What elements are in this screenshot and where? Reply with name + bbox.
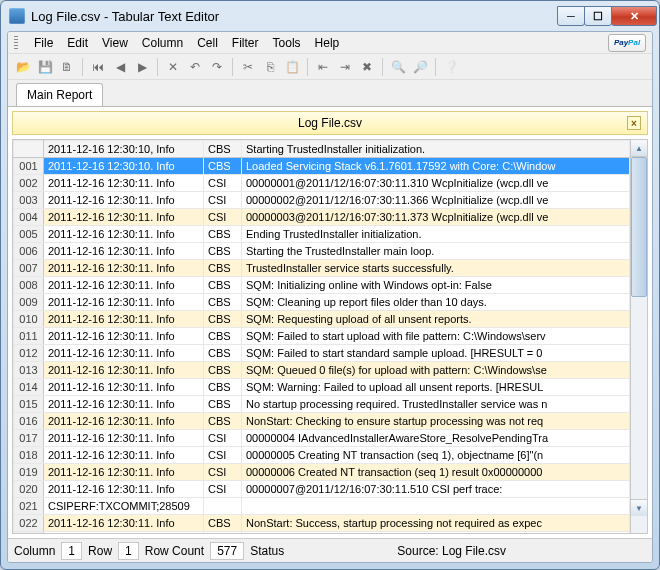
- cell-timestamp[interactable]: 2011-12-16 12:30:11. Info: [44, 260, 204, 277]
- row-number[interactable]: 012: [14, 345, 44, 362]
- cell-message[interactable]: Loaded Servicing Stack v6.1.7601.17592 w…: [242, 158, 630, 175]
- table-row[interactable]: 0102011-12-16 12:30:11. InfoCBSSQM: Requ…: [14, 311, 630, 328]
- table-row[interactable]: 0222011-12-16 12:30:11. InfoCBSNonStart:…: [14, 515, 630, 532]
- row-number[interactable]: 021: [14, 498, 44, 515]
- row-number[interactable]: 001: [14, 158, 44, 175]
- row-number[interactable]: 009: [14, 294, 44, 311]
- cell-timestamp[interactable]: CSIPERF:TXCOMMIT;28509: [44, 498, 204, 515]
- cell-timestamp[interactable]: 2011-12-16 12:30:11. Info: [44, 430, 204, 447]
- cell-timestamp[interactable]: 2011-12-16 12:30:11. Info: [44, 362, 204, 379]
- prev-icon[interactable]: ◀: [111, 58, 129, 76]
- save-all-icon[interactable]: 🗎: [58, 58, 76, 76]
- table-row[interactable]: 0232011-12-16 12:30:11. InfoCBSStartup p…: [14, 532, 630, 534]
- row-number[interactable]: 015: [14, 396, 44, 413]
- table-row[interactable]: 0142011-12-16 12:30:11. InfoCBSSQM: Warn…: [14, 379, 630, 396]
- table-row[interactable]: 0162011-12-16 12:30:11. InfoCBSNonStart:…: [14, 413, 630, 430]
- save-icon[interactable]: 💾: [36, 58, 54, 76]
- cell-timestamp[interactable]: 2011-12-16 12:30:11. Info: [44, 464, 204, 481]
- cell-timestamp[interactable]: 2011-12-16 12:30:11. Info: [44, 396, 204, 413]
- cell-source[interactable]: CBS: [204, 226, 242, 243]
- menu-view[interactable]: View: [102, 36, 128, 50]
- cell-source[interactable]: CSI: [204, 192, 242, 209]
- tab-main-report[interactable]: Main Report: [16, 83, 103, 106]
- cell-source[interactable]: CBS: [204, 277, 242, 294]
- row-number[interactable]: 018: [14, 447, 44, 464]
- row-number[interactable]: 023: [14, 532, 44, 534]
- cell-message[interactable]: SQM: Failed to start upload with file pa…: [242, 328, 630, 345]
- cell-timestamp[interactable]: 2011-12-16 12:30:11. Info: [44, 243, 204, 260]
- cell-message[interactable]: SQM: Requesting upload of all unsent rep…: [242, 311, 630, 328]
- cell-timestamp[interactable]: 2011-12-16 12:30:11. Info: [44, 515, 204, 532]
- cell-source[interactable]: CBS: [204, 379, 242, 396]
- cell-source[interactable]: CBS: [204, 396, 242, 413]
- menu-cell[interactable]: Cell: [197, 36, 218, 50]
- row-number[interactable]: 011: [14, 328, 44, 345]
- cell-timestamp[interactable]: 2011-12-16 12:30:10. Info: [44, 158, 204, 175]
- row-number[interactable]: 003: [14, 192, 44, 209]
- row-number[interactable]: 002: [14, 175, 44, 192]
- table-row[interactable]: 0132011-12-16 12:30:11. InfoCBSSQM: Queu…: [14, 362, 630, 379]
- next-icon[interactable]: ▶: [133, 58, 151, 76]
- cell-message[interactable]: Startup processing thread terminated nor…: [242, 532, 630, 534]
- paste-icon[interactable]: 📋: [283, 58, 301, 76]
- redo-icon[interactable]: ↷: [208, 58, 226, 76]
- cell-timestamp[interactable]: 2011-12-16 12:30:11. Info: [44, 345, 204, 362]
- cell-source[interactable]: CBS: [204, 345, 242, 362]
- cell-timestamp[interactable]: 2011-12-16 12:30:11. Info: [44, 447, 204, 464]
- cell-source[interactable]: CSI: [204, 464, 242, 481]
- cell-message[interactable]: Starting the TrustedInstaller main loop.: [242, 243, 630, 260]
- cell-timestamp[interactable]: 2011-12-16 12:30:11. Info: [44, 532, 204, 534]
- file-bar-close-icon[interactable]: ×: [627, 116, 641, 130]
- row-number[interactable]: 013: [14, 362, 44, 379]
- table-row[interactable]: 021CSIPERF:TXCOMMIT;28509: [14, 498, 630, 515]
- cell-timestamp[interactable]: 2011-12-16 12:30:11. Info: [44, 226, 204, 243]
- cell-source[interactable]: CSI: [204, 447, 242, 464]
- vscroll-thumb[interactable]: [631, 157, 647, 297]
- cell-message[interactable]: SQM: Warning: Failed to upload all unsen…: [242, 379, 630, 396]
- cell-message[interactable]: 00000007@2011/12/16:07:30:11.510 CSI per…: [242, 481, 630, 498]
- cell-timestamp[interactable]: 2011-12-16 12:30:11. Info: [44, 277, 204, 294]
- row-number[interactable]: 017: [14, 430, 44, 447]
- minimize-button[interactable]: ─: [557, 6, 585, 26]
- cell-timestamp[interactable]: 2011-12-16 12:30:11. Info: [44, 413, 204, 430]
- cell-message[interactable]: SQM: Cleaning up report files older than…: [242, 294, 630, 311]
- cell-timestamp[interactable]: 2011-12-16 12:30:11. Info: [44, 209, 204, 226]
- undo-icon[interactable]: ↶: [186, 58, 204, 76]
- table-row[interactable]: 0152011-12-16 12:30:11. InfoCBSNo startu…: [14, 396, 630, 413]
- table-row[interactable]: 0112011-12-16 12:30:11. InfoCBSSQM: Fail…: [14, 328, 630, 345]
- cell-source[interactable]: CBS: [204, 260, 242, 277]
- cell-message[interactable]: 00000005 Creating NT transaction (seq 1)…: [242, 447, 630, 464]
- cell-message[interactable]: SQM: Failed to start standard sample upl…: [242, 345, 630, 362]
- col-left-icon[interactable]: ⇤: [314, 58, 332, 76]
- table-row[interactable]: 0062011-12-16 12:30:11. InfoCBSStarting …: [14, 243, 630, 260]
- col-del-icon[interactable]: ✖: [358, 58, 376, 76]
- table-row[interactable]: 0032011-12-16 12:30:11. InfoCSI00000002@…: [14, 192, 630, 209]
- cell-timestamp[interactable]: 2011-12-16 12:30:11. Info: [44, 192, 204, 209]
- table-row[interactable]: 0042011-12-16 12:30:11. InfoCSI00000003@…: [14, 209, 630, 226]
- cell-source[interactable]: CBS: [204, 328, 242, 345]
- row-number[interactable]: 008: [14, 277, 44, 294]
- cell-message[interactable]: No startup processing required. TrustedI…: [242, 396, 630, 413]
- maximize-button[interactable]: ☐: [584, 6, 612, 26]
- row-number[interactable]: 014: [14, 379, 44, 396]
- row-number[interactable]: 004: [14, 209, 44, 226]
- cell-message[interactable]: Ending TrustedInstaller initialization.: [242, 226, 630, 243]
- menu-help[interactable]: Help: [315, 36, 340, 50]
- cell-source[interactable]: CSI: [204, 481, 242, 498]
- cell-message[interactable]: [242, 498, 630, 515]
- first-icon[interactable]: ⏮: [89, 58, 107, 76]
- cell-timestamp[interactable]: 2011-12-16 12:30:11. Info: [44, 175, 204, 192]
- cell-timestamp[interactable]: 2011-12-16 12:30:11. Info: [44, 379, 204, 396]
- row-number[interactable]: 022: [14, 515, 44, 532]
- cell-message[interactable]: SQM: Initializing online with Windows op…: [242, 277, 630, 294]
- table-row[interactable]: 0202011-12-16 12:30:11. InfoCSI00000007@…: [14, 481, 630, 498]
- vscroll-up[interactable]: ▲: [631, 140, 647, 157]
- cell-message[interactable]: NonStart: Success, startup processing no…: [242, 515, 630, 532]
- cell-source[interactable]: CBS: [204, 532, 242, 534]
- table-row[interactable]: 0092011-12-16 12:30:11. InfoCBSSQM: Clea…: [14, 294, 630, 311]
- cell-source[interactable]: CBS: [204, 413, 242, 430]
- row-number[interactable]: 020: [14, 481, 44, 498]
- copy-icon[interactable]: ⎘: [261, 58, 279, 76]
- cell-timestamp[interactable]: 2011-12-16 12:30:11. Info: [44, 294, 204, 311]
- zoom-out-icon[interactable]: 🔎: [411, 58, 429, 76]
